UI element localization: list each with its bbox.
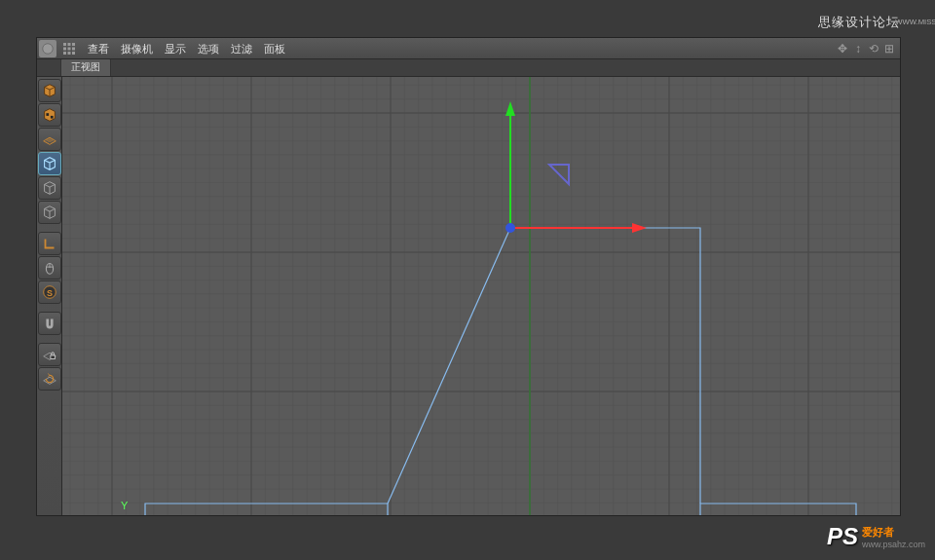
tool-axis[interactable] xyxy=(38,232,61,255)
zoom-icon[interactable]: ↕ xyxy=(851,42,865,56)
maximize-icon[interactable]: ⊞ xyxy=(882,42,896,56)
svg-point-126 xyxy=(505,223,515,233)
menu-options[interactable]: 选项 xyxy=(192,38,225,59)
tool-cube-wire1[interactable] xyxy=(38,176,61,200)
svg-rect-6 xyxy=(72,47,75,50)
app-window: 查看 摄像机 显示 选项 过滤 面板 ✥ ↕ ⟲ ⊞ 正视图 xyxy=(36,37,901,516)
svg-rect-8 xyxy=(68,52,71,55)
svg-rect-2 xyxy=(68,43,71,46)
tab-front-view[interactable]: 正视图 xyxy=(60,57,111,76)
tab-bar: 正视图 xyxy=(37,59,900,77)
svg-rect-1 xyxy=(63,43,66,46)
menu-view[interactable]: 查看 xyxy=(82,38,115,59)
menu-panel[interactable]: 面板 xyxy=(258,38,291,59)
menubar: 查看 摄像机 显示 选项 过滤 面板 ✥ ↕ ⟲ ⊞ xyxy=(37,38,900,59)
svg-rect-10 xyxy=(46,113,49,116)
menu-camera[interactable]: 摄像机 xyxy=(115,38,159,59)
svg-rect-17 xyxy=(50,355,55,359)
tool-snap[interactable]: S xyxy=(38,280,61,304)
svg-point-0 xyxy=(43,43,54,54)
pan-icon[interactable]: ✥ xyxy=(836,42,849,56)
tool-cube-solid[interactable] xyxy=(38,79,61,102)
svg-text:S: S xyxy=(46,288,52,298)
tool-grid-refresh[interactable] xyxy=(38,367,61,391)
watermark-bottom: PS 爱好者 www.psahz.com xyxy=(827,523,925,550)
tool-mouse[interactable] xyxy=(38,256,61,280)
tool-grid-lock[interactable] xyxy=(38,343,61,366)
svg-marker-122 xyxy=(505,101,515,116)
watermark-top-url: WWW.MISSYUAN.COM xyxy=(895,18,935,26)
tool-cube-wire2[interactable] xyxy=(38,201,61,224)
tool-cube-checker[interactable] xyxy=(38,103,61,127)
tool-palette: S xyxy=(37,77,62,515)
tool-grid-plane[interactable] xyxy=(38,128,61,151)
watermark-url: www.psahz.com xyxy=(862,540,925,549)
svg-rect-7 xyxy=(63,52,66,55)
watermark-cn: 爱好者 xyxy=(862,525,925,540)
svg-rect-11 xyxy=(50,116,53,119)
viewport-canvas: Y xyxy=(62,77,900,515)
svg-rect-9 xyxy=(72,52,75,55)
watermark-top-text: 思缘设计论坛 xyxy=(818,14,900,31)
rotate-icon[interactable]: ⟲ xyxy=(867,42,880,56)
menu-display[interactable]: 显示 xyxy=(159,38,192,59)
svg-rect-4 xyxy=(63,47,66,50)
tool-cube-wire-active[interactable] xyxy=(38,152,61,175)
menu-filter[interactable]: 过滤 xyxy=(225,38,258,59)
tool-magnet[interactable] xyxy=(38,312,61,335)
viewport-nav-icons: ✥ ↕ ⟲ ⊞ xyxy=(836,42,896,56)
grid-menu-icon[interactable] xyxy=(62,42,76,56)
viewport-3d[interactable]: Y xyxy=(62,77,900,515)
svg-rect-5 xyxy=(68,47,71,50)
app-icon[interactable] xyxy=(39,40,56,57)
watermark-logo: PS xyxy=(827,523,858,550)
svg-text:Y: Y xyxy=(121,500,129,511)
svg-rect-3 xyxy=(72,43,75,46)
svg-marker-125 xyxy=(549,165,569,184)
